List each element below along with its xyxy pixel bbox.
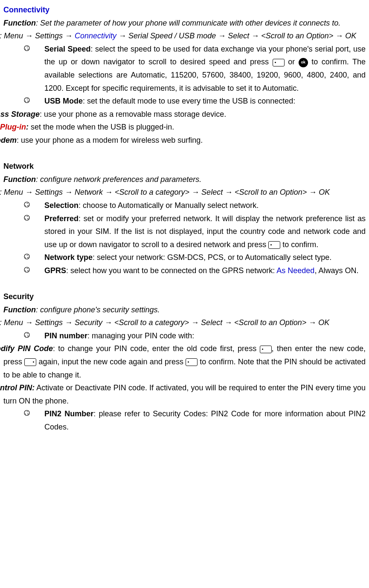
security-title: Security: [3, 292, 34, 301]
path-seg: : Menu: [0, 32, 25, 40]
mass-storage-text: : use your phone as a removable mass sto…: [40, 110, 226, 118]
network-type-label: Network type: [44, 253, 93, 262]
mass-storage-label: Mass Storage: [0, 110, 40, 118]
pin2-label: PIN2 Number: [44, 409, 93, 418]
path-text: : Menu → Settings → Connectivity → Seria…: [0, 32, 356, 40]
path-seg: Connectivity: [73, 32, 119, 40]
gprs-as-needed: As Needed: [276, 266, 314, 275]
preferred-text2: to confirm.: [280, 240, 318, 249]
control-pin-text: Activate or Deactivate PIN code. If acti…: [3, 383, 366, 405]
recycle-bullet-icon: [24, 264, 44, 277]
recycle-bullet-icon: [24, 212, 44, 251]
path-seg: Serial Speed / USB mode: [126, 32, 218, 40]
softkey-left-icon: [260, 346, 272, 353]
bullet-usb-mode: USB Mode: set the default mode to use ev…: [24, 95, 366, 108]
recycle-bullet-icon: [24, 407, 44, 433]
gprs-text1: : select how you want to be connected on…: [66, 266, 276, 275]
function-label: Function: [3, 306, 36, 314]
bullet-pin2-number: PIN2 Number: please refer to Security Co…: [24, 407, 366, 433]
function-text: : configure phone's security settings.: [36, 306, 160, 314]
serial-speed-label: Serial Speed: [44, 45, 91, 53]
usb-mode-text: : set the default mode to use every time…: [83, 97, 295, 105]
bullet-preferred: Preferred: set or modify your preferred …: [24, 212, 366, 251]
path-seg: Select: [226, 32, 251, 40]
path-seg: : Menu: [0, 318, 25, 327]
recycle-bullet-icon: [24, 43, 44, 95]
function-label: Function: [3, 175, 36, 184]
softkey-left-icon: [273, 59, 285, 66]
path-seg: OK: [316, 318, 329, 327]
path-seg: : Menu: [0, 188, 25, 196]
plugin-text: set the mode when the USB is plugged-in.: [29, 123, 174, 131]
ok-button-icon: [299, 58, 308, 67]
usb-mode-label: USB Mode: [44, 97, 83, 105]
recycle-bullet-icon: [24, 95, 44, 108]
recycle-bullet-icon: [24, 251, 44, 264]
preferred-label: Preferred: [44, 214, 78, 223]
path-seg: <Scroll to an Option>: [232, 318, 308, 327]
recycle-bullet-icon: [24, 199, 44, 212]
network-title: Network: [3, 162, 34, 170]
modify-pin-text3: again, input the new code again and pres…: [36, 357, 186, 366]
path-seg: <Scroll to a category>: [113, 188, 192, 196]
path-seg: Settings: [33, 32, 65, 40]
function-label: Function: [3, 19, 36, 27]
gprs-text2: , Always ON.: [314, 266, 358, 275]
bullet-pin-number: PIN number: managing your PIN code with:: [24, 329, 366, 343]
path-text: : Menu → Settings → Security → <Scroll t…: [0, 318, 329, 327]
path-seg: Settings: [33, 318, 65, 327]
modify-pin-label: Modify PIN Code: [0, 344, 53, 353]
bullet-gprs: GPRS: select how you want to be connecte…: [24, 264, 366, 277]
path-seg: Security: [73, 318, 105, 327]
bullet-selection: Selection: choose to Automatically or Ma…: [24, 199, 366, 212]
path-seg: OK: [343, 32, 356, 40]
recycle-bullet-icon: [24, 329, 44, 343]
path-seg: OK: [317, 188, 330, 196]
path-seg: Network: [73, 188, 105, 196]
softkey-left-icon: [186, 358, 198, 366]
path-seg: <Scroll to an Option>: [232, 188, 309, 196]
selection-text: : choose to Automatically or Manually se…: [78, 201, 259, 210]
softkey-right-icon: [24, 358, 36, 366]
control-pin-label: Control PIN:: [0, 383, 35, 392]
connectivity-title: Connectivity: [3, 6, 49, 14]
modify-pin-text1: : to change your PIN code, enter the old…: [53, 344, 260, 353]
modem-text: : use your phone as a modem for wireless…: [17, 136, 203, 144]
network-type-text: : select your network: GSM-DCS, PCS, or …: [93, 253, 331, 262]
path-seg: Settings: [33, 188, 65, 196]
pin-number-text: : managing your PIN code with:: [87, 331, 194, 340]
function-text: : Set the parameter of how your phone wi…: [36, 19, 340, 27]
selection-label: Selection: [44, 201, 78, 210]
path-seg: Select: [199, 188, 225, 196]
path-seg: Select: [199, 318, 224, 327]
plugin-label: Plug-in: [0, 123, 26, 131]
bullet-network-type: Network type: select your network: GSM-D…: [24, 251, 366, 264]
modem-label: Modem: [0, 136, 17, 144]
softkey-left-icon: [268, 241, 280, 249]
function-text: : configure network preferences and para…: [36, 175, 201, 184]
path-text: : Menu → Settings → Network → <Scroll to…: [0, 188, 330, 196]
bullet-serial-speed: Serial Speed: select the speed to be use…: [24, 43, 366, 95]
gprs-label: GPRS: [44, 266, 66, 275]
path-seg: <Scroll to an Option>: [259, 32, 335, 40]
pin-number-label: PIN number: [44, 331, 87, 340]
path-seg: <Scroll to a category>: [112, 318, 191, 327]
serial-or: or: [285, 58, 299, 66]
